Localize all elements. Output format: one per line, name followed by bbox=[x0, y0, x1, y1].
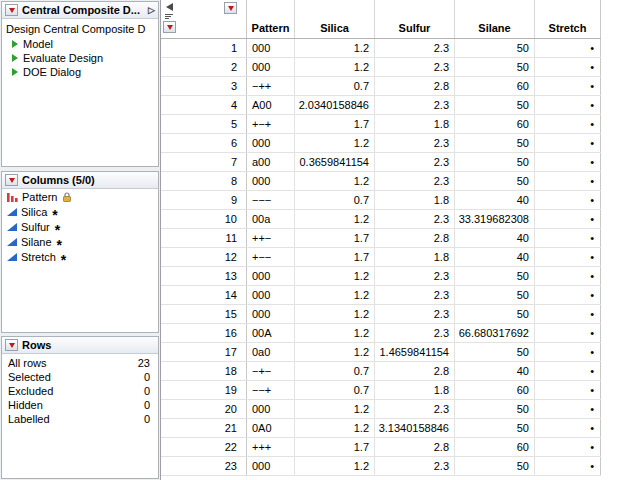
stretch-cell[interactable]: • bbox=[535, 286, 601, 304]
silica-cell[interactable]: 1.2 bbox=[295, 210, 375, 228]
silica-cell[interactable]: 1.2 bbox=[295, 324, 375, 342]
sulfur-cell[interactable]: 1.4659841154 bbox=[375, 343, 455, 361]
stretch-cell[interactable]: • bbox=[535, 305, 601, 323]
sulfur-cell[interactable]: 2.8 bbox=[375, 438, 455, 456]
row-number-cell[interactable]: 18 bbox=[161, 362, 247, 380]
collapse-side-panels-icon[interactable] bbox=[166, 3, 173, 11]
row-number-cell[interactable]: 20 bbox=[161, 400, 247, 418]
sulfur-cell[interactable]: 2.3 bbox=[375, 153, 455, 171]
silane-cell[interactable]: 66.680317692 bbox=[455, 324, 535, 342]
column-item-silane[interactable]: Silane * bbox=[2, 234, 158, 249]
silane-cell[interactable]: 50 bbox=[455, 305, 535, 323]
sulfur-cell[interactable]: 3.1340158846 bbox=[375, 419, 455, 437]
pattern-cell[interactable]: 0a0 bbox=[247, 343, 295, 361]
silica-cell[interactable]: 0.7 bbox=[295, 362, 375, 380]
pattern-cell[interactable]: 0A0 bbox=[247, 419, 295, 437]
silane-cell[interactable]: 50 bbox=[455, 286, 535, 304]
column-header-silane[interactable]: Silane bbox=[455, 0, 535, 38]
silane-cell[interactable]: 50 bbox=[455, 172, 535, 190]
column-header-stretch[interactable]: Stretch bbox=[535, 0, 601, 38]
column-item-sulfur[interactable]: Sulfur * bbox=[2, 219, 158, 234]
design-script-doe-dialog[interactable]: DOE Dialog bbox=[2, 65, 158, 79]
stat-excluded[interactable]: Excluded 0 bbox=[2, 384, 158, 398]
row-number-cell[interactable]: 4 bbox=[161, 96, 247, 114]
pattern-cell[interactable]: 000 bbox=[247, 400, 295, 418]
row-number-cell[interactable]: 15 bbox=[161, 305, 247, 323]
design-script-model[interactable]: Model bbox=[2, 37, 158, 51]
column-item-pattern[interactable]: Pattern bbox=[2, 189, 158, 204]
stretch-cell[interactable]: • bbox=[535, 172, 601, 190]
stretch-cell[interactable]: • bbox=[535, 362, 601, 380]
silica-cell[interactable]: 1.2 bbox=[295, 419, 375, 437]
silane-cell[interactable]: 40 bbox=[455, 248, 535, 266]
silica-cell[interactable]: 1.7 bbox=[295, 248, 375, 266]
silane-cell[interactable]: 60 bbox=[455, 438, 535, 456]
silane-cell[interactable]: 50 bbox=[455, 343, 535, 361]
silane-cell[interactable]: 50 bbox=[455, 267, 535, 285]
stretch-cell[interactable]: • bbox=[535, 153, 601, 171]
row-number-cell[interactable]: 11 bbox=[161, 229, 247, 247]
silica-cell[interactable]: 1.2 bbox=[295, 286, 375, 304]
silane-cell[interactable]: 50 bbox=[455, 400, 535, 418]
column-item-silica[interactable]: Silica * bbox=[2, 204, 158, 219]
silica-cell[interactable]: 1.7 bbox=[295, 229, 375, 247]
silane-cell[interactable]: 50 bbox=[455, 39, 535, 57]
red-triangle-menu-icon[interactable] bbox=[5, 4, 18, 16]
column-item-stretch[interactable]: Stretch * bbox=[2, 249, 158, 264]
silane-cell[interactable]: 50 bbox=[455, 153, 535, 171]
silica-cell[interactable]: 1.2 bbox=[295, 172, 375, 190]
column-header-sulfur[interactable]: Sulfur bbox=[375, 0, 455, 38]
silica-cell[interactable]: 0.7 bbox=[295, 77, 375, 95]
silica-cell[interactable]: 1.2 bbox=[295, 400, 375, 418]
row-number-cell[interactable]: 21 bbox=[161, 419, 247, 437]
pattern-cell[interactable]: 000 bbox=[247, 134, 295, 152]
silane-cell[interactable]: 60 bbox=[455, 115, 535, 133]
sulfur-cell[interactable]: 1.8 bbox=[375, 381, 455, 399]
pattern-cell[interactable]: 000 bbox=[247, 457, 295, 475]
sulfur-cell[interactable]: 2.3 bbox=[375, 210, 455, 228]
column-header-pattern[interactable]: Pattern bbox=[247, 0, 295, 38]
silane-cell[interactable]: 50 bbox=[455, 419, 535, 437]
silane-cell[interactable]: 60 bbox=[455, 77, 535, 95]
silica-cell[interactable]: 1.2 bbox=[295, 305, 375, 323]
row-number-cell[interactable]: 13 bbox=[161, 267, 247, 285]
pattern-cell[interactable]: 000 bbox=[247, 39, 295, 57]
silica-cell[interactable]: 0.7 bbox=[295, 191, 375, 209]
silane-cell[interactable]: 33.319682308 bbox=[455, 210, 535, 228]
silica-cell[interactable]: 2.0340158846 bbox=[295, 96, 375, 114]
row-number-cell[interactable]: 9 bbox=[161, 191, 247, 209]
silica-cell[interactable]: 1.2 bbox=[295, 39, 375, 57]
pattern-cell[interactable]: ++− bbox=[247, 229, 295, 247]
row-number-cell[interactable]: 19 bbox=[161, 381, 247, 399]
sulfur-cell[interactable]: 2.3 bbox=[375, 457, 455, 475]
stretch-cell[interactable]: • bbox=[535, 96, 601, 114]
row-number-cell[interactable]: 6 bbox=[161, 134, 247, 152]
sulfur-cell[interactable]: 2.3 bbox=[375, 58, 455, 76]
silane-cell[interactable]: 50 bbox=[455, 134, 535, 152]
stretch-cell[interactable]: • bbox=[535, 324, 601, 342]
sulfur-cell[interactable]: 1.8 bbox=[375, 115, 455, 133]
sulfur-cell[interactable]: 1.8 bbox=[375, 248, 455, 266]
stretch-cell[interactable]: • bbox=[535, 191, 601, 209]
pattern-cell[interactable]: 00A bbox=[247, 324, 295, 342]
stretch-cell[interactable]: • bbox=[535, 267, 601, 285]
list-icon[interactable] bbox=[165, 14, 173, 20]
silica-cell[interactable]: 1.2 bbox=[295, 343, 375, 361]
silica-cell[interactable]: 1.2 bbox=[295, 134, 375, 152]
stretch-cell[interactable]: • bbox=[535, 115, 601, 133]
row-number-cell[interactable]: 10 bbox=[161, 210, 247, 228]
row-number-cell[interactable]: 3 bbox=[161, 77, 247, 95]
row-number-cell[interactable]: 12 bbox=[161, 248, 247, 266]
stat-all-rows[interactable]: All rows 23 bbox=[2, 356, 158, 370]
pattern-cell[interactable]: +−− bbox=[247, 248, 295, 266]
silica-cell[interactable]: 1.2 bbox=[295, 457, 375, 475]
pattern-cell[interactable]: A00 bbox=[247, 96, 295, 114]
red-triangle-menu-icon[interactable] bbox=[5, 174, 18, 186]
pattern-cell[interactable]: +++ bbox=[247, 438, 295, 456]
row-number-cell[interactable]: 2 bbox=[161, 58, 247, 76]
row-number-cell[interactable]: 14 bbox=[161, 286, 247, 304]
sulfur-cell[interactable]: 1.8 bbox=[375, 191, 455, 209]
pattern-cell[interactable]: −−− bbox=[247, 191, 295, 209]
pattern-cell[interactable]: 000 bbox=[247, 267, 295, 285]
sulfur-cell[interactable]: 2.3 bbox=[375, 305, 455, 323]
